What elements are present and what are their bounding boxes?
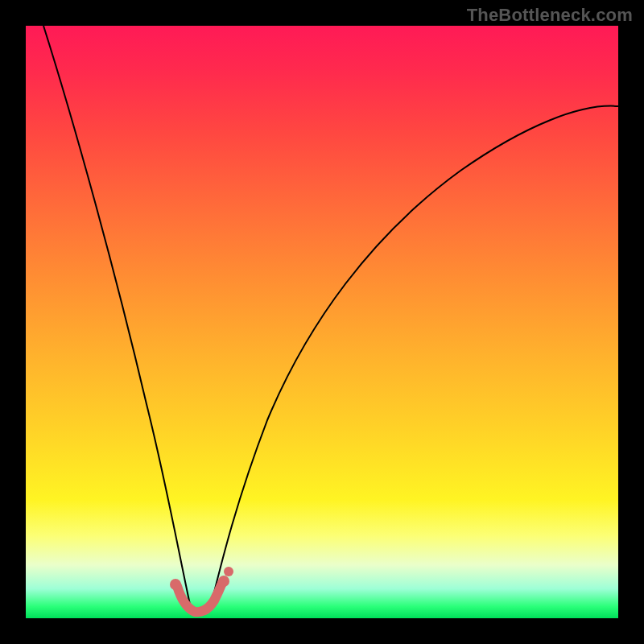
valley-marker-dot-upper-right xyxy=(224,567,233,576)
valley-marker xyxy=(177,583,222,612)
plot-area xyxy=(26,26,618,618)
left-curve xyxy=(43,26,192,612)
chart-frame: TheBottleneck.com xyxy=(0,0,644,644)
right-curve xyxy=(209,106,618,612)
curves-svg xyxy=(26,26,618,618)
watermark-text: TheBottleneck.com xyxy=(467,5,633,26)
valley-marker-dot-right xyxy=(218,576,229,587)
valley-marker-dot-left xyxy=(170,579,181,590)
